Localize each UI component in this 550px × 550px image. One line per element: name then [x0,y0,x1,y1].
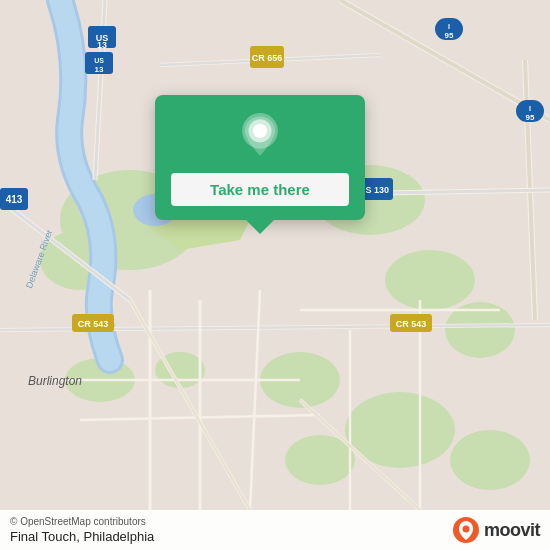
svg-text:413: 413 [6,194,23,205]
take-me-there-button[interactable]: Take me there [171,173,349,206]
svg-text:95: 95 [526,113,535,122]
map-container: US 13 CR 656 I 95 I 95 US 130 413 CR 543… [0,0,550,550]
svg-text:13: 13 [95,65,104,74]
bottom-bar: © OpenStreetMap contributors Final Touch… [0,510,550,550]
bottom-left-info: © OpenStreetMap contributors Final Touch… [10,516,154,544]
svg-text:13: 13 [97,40,107,50]
attribution-text: © OpenStreetMap contributors [10,516,154,527]
svg-text:CR 656: CR 656 [252,53,283,63]
svg-text:Burlington: Burlington [28,374,82,388]
map-background: US 13 CR 656 I 95 I 95 US 130 413 CR 543… [0,0,550,550]
popup-card: Take me there [155,95,365,220]
svg-text:CR 543: CR 543 [78,319,109,329]
svg-text:95: 95 [445,31,454,40]
svg-text:US: US [94,57,104,64]
svg-point-11 [450,430,530,490]
svg-point-67 [253,124,267,138]
moovit-text: moovit [484,520,540,541]
svg-text:I: I [448,23,450,30]
svg-text:I: I [529,105,531,112]
location-name: Final Touch, Philadelphia [10,529,154,544]
moovit-icon [452,516,480,544]
svg-text:CR 543: CR 543 [396,319,427,329]
location-pin-icon [235,113,285,163]
svg-point-5 [385,250,475,310]
moovit-logo: moovit [452,516,540,544]
svg-point-69 [462,526,469,533]
